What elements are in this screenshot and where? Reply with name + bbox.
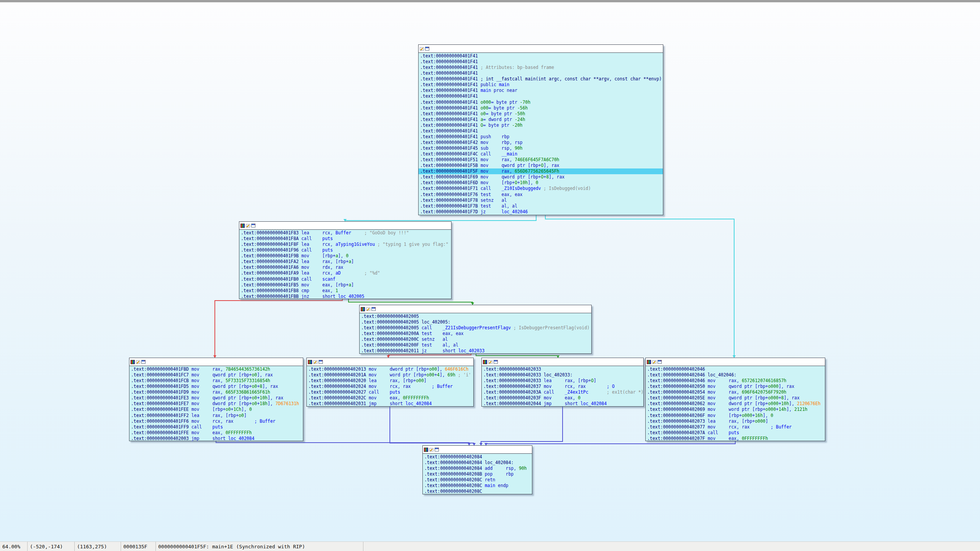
asm-line[interactable]: .text:0000000000401F41 xyxy=(420,93,663,99)
asm-line[interactable]: .text:0000000000401F41 public main xyxy=(420,82,663,88)
asm-line[interactable]: .text:000000000040208C main endp xyxy=(424,483,532,489)
asm-line[interactable]: .text:0000000000402069 mov word ptr [rbp… xyxy=(647,407,825,412)
disassembly-listing[interactable]: .text:0000000000401FBD mov rax, 7B465443… xyxy=(129,366,303,441)
asm-line[interactable]: .text:0000000000402033 xyxy=(483,366,643,372)
asm-line[interactable]: .text:0000000000401F9B mov [rbp+a], 0 xyxy=(241,253,451,259)
asm-line[interactable]: .text:000000000040206F mov [rbp+o000+16h… xyxy=(647,413,825,419)
asm-line[interactable]: .text:0000000000402020 lea rax, [rbp+o00… xyxy=(308,378,473,384)
asm-line[interactable]: .text:0000000000402084 add rsp, 90h xyxy=(424,466,532,471)
edit-icon[interactable] xyxy=(246,224,250,228)
asm-line[interactable]: .text:0000000000401F41 xyxy=(420,70,663,76)
asm-line[interactable]: .text:0000000000401F42 mov rbp, rsp xyxy=(420,140,663,146)
asm-line[interactable]: .text:000000000040208C xyxy=(424,489,532,494)
asm-line[interactable]: .text:0000000000402046 loc_402046: xyxy=(647,372,825,378)
asm-line[interactable]: .text:000000000040207F mov eax, 0FFFFFFF… xyxy=(647,436,825,441)
asm-line[interactable]: .text:0000000000401FE7 mov dword ptr [rb… xyxy=(131,401,303,407)
asm-line[interactable]: .text:0000000000402050 mov qword ptr [rb… xyxy=(647,384,825,389)
asm-line[interactable]: .text:0000000000401FFE mov eax, 0FFFFFFF… xyxy=(131,430,303,436)
node-402005[interactable]: .text:0000000000402005.text:000000000040… xyxy=(359,305,592,354)
asm-line[interactable]: .text:0000000000401F5B mov qword ptr [rb… xyxy=(420,163,663,168)
asm-line[interactable]: .text:0000000000401FA6 mov rdx, rax xyxy=(241,265,451,270)
disassembly-listing[interactable]: .text:0000000000402013 mov dword ptr [rb… xyxy=(307,366,473,407)
asm-line[interactable]: .text:000000000040205E mov qword ptr [rb… xyxy=(647,395,825,401)
asm-line[interactable]: .text:0000000000402037 mov rcx, rax ; O xyxy=(483,384,643,389)
asm-line[interactable]: .text:0000000000402011 jz short loc_4020… xyxy=(361,348,591,354)
edit-icon[interactable] xyxy=(488,360,492,364)
disassembly-listing[interactable]: .text:0000000000401F41.text:000000000040… xyxy=(419,53,663,215)
asm-line[interactable]: .text:000000000040200A test eax, eax xyxy=(361,331,591,337)
disassembly-listing[interactable]: .text:0000000000402046.text:000000000040… xyxy=(646,366,825,441)
current-instruction-highlight[interactable]: .text:0000000000401F5F mov rax, 656D6775… xyxy=(419,168,663,174)
asm-line[interactable]: .text:0000000000401FB0 call scanf xyxy=(241,276,451,282)
window-icon[interactable] xyxy=(319,360,323,364)
asm-line[interactable]: .text:0000000000402024 mov rcx, rax ; Bu… xyxy=(308,384,473,389)
asm-line[interactable]: .text:0000000000401FA2 lea rax, [rbp+a] xyxy=(241,259,451,265)
node-title-bar[interactable] xyxy=(360,305,591,313)
asm-line[interactable]: .text:0000000000401F41 o0= byte ptr -50h xyxy=(420,111,663,117)
asm-line[interactable]: .text:0000000000401F45 sub rsp, 90h xyxy=(420,146,663,151)
disassembly-listing[interactable]: .text:0000000000402084.text:000000000040… xyxy=(423,454,532,494)
asm-line[interactable]: .text:0000000000401F4C call __main xyxy=(420,151,663,157)
asm-line[interactable]: .text:0000000000401F78 setnz al xyxy=(420,198,663,203)
palette-icon[interactable] xyxy=(424,448,428,452)
palette-icon[interactable] xyxy=(647,360,651,364)
window-icon[interactable] xyxy=(658,360,662,364)
asm-line[interactable]: .text:0000000000402005 loc_402005: xyxy=(361,319,591,325)
asm-line[interactable]: .text:0000000000401FD9 mov rax, 665F336B… xyxy=(131,389,303,395)
edit-icon[interactable] xyxy=(136,360,140,364)
asm-line[interactable]: .text:0000000000401FB8 cmp eax, 1 xyxy=(241,288,451,294)
window-icon[interactable] xyxy=(251,224,255,228)
window-icon[interactable] xyxy=(494,360,498,364)
graph-canvas[interactable]: .text:0000000000401F41.text:000000000040… xyxy=(0,2,980,541)
node-title-bar[interactable] xyxy=(419,45,663,53)
disassembly-listing[interactable]: .text:0000000000402033.text:000000000040… xyxy=(482,366,643,407)
asm-line[interactable]: .text:0000000000401FD5 mov qword ptr [rb… xyxy=(131,384,303,389)
edit-icon[interactable] xyxy=(652,360,656,364)
asm-line[interactable]: .text:0000000000401F6D mov [rbp+O+10h], … xyxy=(420,180,663,186)
window-icon[interactable] xyxy=(141,360,146,364)
edit-icon[interactable] xyxy=(420,47,424,51)
asm-line[interactable]: .text:0000000000401F41 xyxy=(420,59,663,65)
asm-line[interactable]: .text:0000000000402033 loc_402033: xyxy=(483,372,643,378)
asm-line[interactable]: .text:0000000000401F41 push rbp xyxy=(420,134,663,140)
asm-line[interactable]: .text:0000000000402073 lea rax, [rbp+o00… xyxy=(647,419,825,424)
asm-line[interactable]: .text:000000000040202C mov eax, 0FFFFFFF… xyxy=(308,395,473,401)
asm-line[interactable]: .text:0000000000402003 jmp short loc_402… xyxy=(131,436,303,441)
node-title-bar[interactable] xyxy=(423,446,532,454)
window-icon[interactable] xyxy=(435,448,439,452)
asm-line[interactable]: .text:0000000000401F41 o00= byte ptr -56… xyxy=(420,105,663,111)
asm-line[interactable]: .text:0000000000402033 lea rax, [rbp+O] xyxy=(483,378,643,384)
disassembly-listing[interactable]: .text:0000000000402005.text:000000000040… xyxy=(360,313,591,354)
asm-line[interactable]: .text:0000000000401FB5 mov eax, [rbp+a] xyxy=(241,282,451,288)
asm-line[interactable]: .text:000000000040207A call puts xyxy=(647,430,825,436)
node-title-bar[interactable] xyxy=(646,358,825,366)
asm-line[interactable]: .text:0000000000401F41 xyxy=(420,128,663,134)
asm-line[interactable]: .text:0000000000401F51 mov rax, 746E6F64… xyxy=(420,157,663,163)
asm-line[interactable]: .text:000000000040208B pop rbp xyxy=(424,471,532,477)
node-401F83[interactable]: .text:0000000000401F83 lea rcx, Buffer ;… xyxy=(239,221,452,299)
node-title-bar[interactable] xyxy=(239,222,451,230)
asm-line[interactable]: .text:0000000000401F76 test eax, eax xyxy=(420,192,663,198)
asm-line[interactable]: .text:0000000000402005 xyxy=(361,314,591,319)
node-title-bar[interactable] xyxy=(482,358,643,366)
asm-line[interactable]: .text:0000000000401F69 mov qword ptr [rb… xyxy=(420,174,663,180)
asm-line[interactable]: .text:0000000000402062 mov dword ptr [rb… xyxy=(647,401,825,407)
asm-line[interactable]: .text:0000000000402046 mov rax, 65726120… xyxy=(647,378,825,384)
asm-line[interactable]: .text:0000000000402013 mov dword ptr [rb… xyxy=(308,366,473,372)
palette-icon[interactable] xyxy=(483,360,487,364)
asm-line[interactable]: .text:0000000000401F96 call puts xyxy=(241,247,451,253)
asm-line[interactable]: .text:0000000000401FBD mov rax, 7B465443… xyxy=(131,366,303,372)
asm-line[interactable]: .text:000000000040200C setnz al xyxy=(361,337,591,342)
asm-line[interactable]: .text:000000000040203F mov eax, 0 xyxy=(483,395,643,401)
asm-line[interactable]: .text:0000000000401F7B test al, al xyxy=(420,203,663,209)
asm-line[interactable]: .text:0000000000402027 call puts xyxy=(308,389,473,395)
asm-line[interactable]: .text:0000000000401F41 o000= byte ptr -7… xyxy=(420,100,663,105)
asm-line[interactable]: .text:0000000000401FF2 lea rax, [rbp+o0] xyxy=(131,413,303,419)
asm-line[interactable]: .text:0000000000401FA9 lea rcx, aD ; "%d… xyxy=(241,270,451,276)
asm-line[interactable]: .text:0000000000401FF6 mov rcx, rax ; Bu… xyxy=(131,419,303,424)
node-402013[interactable]: .text:0000000000402013 mov dword ptr [rb… xyxy=(306,358,474,407)
asm-line[interactable]: .text:0000000000402054 mov rax, 696F6420… xyxy=(647,389,825,395)
window-icon[interactable] xyxy=(425,47,429,51)
asm-line[interactable]: .text:0000000000401F8F lea rcx, aTyping1… xyxy=(241,242,451,247)
palette-icon[interactable] xyxy=(308,360,312,364)
